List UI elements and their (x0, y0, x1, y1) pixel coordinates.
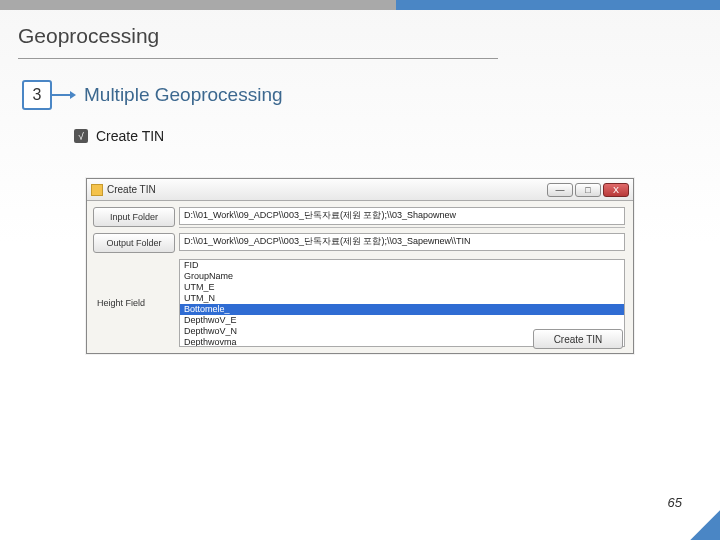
list-item[interactable]: UTM_E (180, 282, 624, 293)
input-folder-row: Input Folder D:\\01_Work\\09_ADCP\\003_단… (93, 207, 625, 227)
height-field-label: Height Field (93, 298, 175, 308)
section-number-box: 3 (22, 80, 52, 110)
output-folder-row: Output Folder D:\\01_Work\\09_ADCP\\003_… (93, 233, 625, 253)
slide-title: Geoprocessing (18, 24, 698, 52)
list-item[interactable]: FID (180, 260, 624, 271)
list-item[interactable]: Bottomele_ (180, 304, 624, 315)
create-tin-dialog: Create TIN — □ X Input Folder D:\\01_Wor… (86, 178, 634, 354)
list-item[interactable]: GroupName (180, 271, 624, 282)
create-tin-button[interactable]: Create TIN (533, 329, 623, 349)
corner-accent-icon (678, 498, 720, 540)
input-folder-field[interactable]: D:\\01_Work\\09_ADCP\\003_단독자료(제원 포함);\\… (179, 207, 625, 225)
window-controls: — □ X (547, 183, 629, 197)
close-button[interactable]: X (603, 183, 629, 197)
list-item[interactable]: DepthwoV_E (180, 315, 624, 326)
output-folder-button[interactable]: Output Folder (93, 233, 175, 253)
section-title: Multiple Geoprocessing (84, 84, 283, 106)
dialog-titlebar[interactable]: Create TIN — □ X (87, 179, 633, 201)
section-heading: 3 Multiple Geoprocessing (22, 80, 283, 110)
input-folder-button[interactable]: Input Folder (93, 207, 175, 227)
app-icon (91, 184, 103, 196)
divider (179, 227, 625, 228)
top-accent-bar (0, 0, 720, 10)
slide: Geoprocessing 3 Multiple Geoprocessing √… (0, 0, 720, 540)
dialog-title: Create TIN (107, 184, 156, 195)
check-icon: √ (74, 129, 88, 143)
slide-title-area: Geoprocessing (18, 24, 698, 59)
bullet-item: √ Create TIN (74, 128, 164, 144)
output-folder-field[interactable]: D:\\01_Work\\09_ADCP\\003_단독자료(제원 포함);\\… (179, 233, 625, 251)
title-underline (18, 58, 498, 59)
dialog-title-left: Create TIN (91, 184, 156, 196)
dialog-body: Input Folder D:\\01_Work\\09_ADCP\\003_단… (87, 201, 633, 353)
minimize-button[interactable]: — (547, 183, 573, 197)
maximize-button[interactable]: □ (575, 183, 601, 197)
arrow-icon (52, 94, 70, 96)
bullet-text: Create TIN (96, 128, 164, 144)
list-item[interactable]: UTM_N (180, 293, 624, 304)
